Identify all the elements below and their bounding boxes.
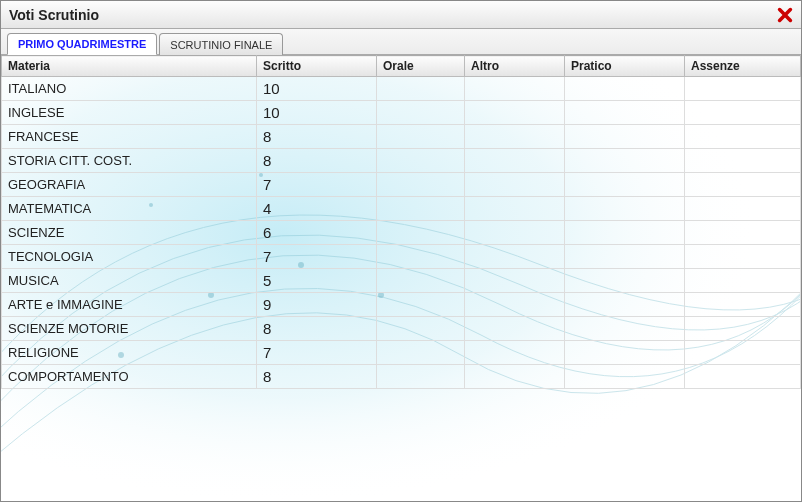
cell-orale[interactable] [377, 173, 465, 197]
cell-materia[interactable]: RELIGIONE [2, 341, 257, 365]
cell-materia[interactable]: ARTE e IMMAGINE [2, 293, 257, 317]
cell-scritto[interactable]: 8 [257, 125, 377, 149]
cell-assenze[interactable] [685, 317, 801, 341]
table-row[interactable]: ARTE e IMMAGINE9 [2, 293, 801, 317]
tab-primo-quadrimestre[interactable]: PRIMO QUADRIMESTRE [7, 33, 157, 55]
cell-materia[interactable]: SCIENZE [2, 221, 257, 245]
cell-materia[interactable]: INGLESE [2, 101, 257, 125]
cell-assenze[interactable] [685, 221, 801, 245]
cell-assenze[interactable] [685, 365, 801, 389]
cell-orale[interactable] [377, 197, 465, 221]
cell-orale[interactable] [377, 269, 465, 293]
table-row[interactable]: STORIA CITT. COST.8 [2, 149, 801, 173]
table-row[interactable]: COMPORTAMENTO8 [2, 365, 801, 389]
cell-pratico[interactable] [565, 293, 685, 317]
cell-assenze[interactable] [685, 125, 801, 149]
col-header-materia[interactable]: Materia [2, 56, 257, 77]
cell-assenze[interactable] [685, 77, 801, 101]
cell-orale[interactable] [377, 221, 465, 245]
cell-pratico[interactable] [565, 173, 685, 197]
cell-scritto[interactable]: 5 [257, 269, 377, 293]
cell-pratico[interactable] [565, 269, 685, 293]
cell-altro[interactable] [465, 341, 565, 365]
cell-altro[interactable] [465, 317, 565, 341]
cell-scritto[interactable]: 7 [257, 245, 377, 269]
cell-materia[interactable]: TECNOLOGIA [2, 245, 257, 269]
cell-orale[interactable] [377, 149, 465, 173]
cell-pratico[interactable] [565, 365, 685, 389]
cell-orale[interactable] [377, 245, 465, 269]
table-row[interactable]: GEOGRAFIA7 [2, 173, 801, 197]
cell-materia[interactable]: FRANCESE [2, 125, 257, 149]
cell-scritto[interactable]: 6 [257, 221, 377, 245]
cell-assenze[interactable] [685, 197, 801, 221]
cell-pratico[interactable] [565, 317, 685, 341]
cell-assenze[interactable] [685, 341, 801, 365]
cell-pratico[interactable] [565, 245, 685, 269]
cell-assenze[interactable] [685, 293, 801, 317]
cell-scritto[interactable]: 10 [257, 77, 377, 101]
cell-altro[interactable] [465, 173, 565, 197]
cell-altro[interactable] [465, 149, 565, 173]
cell-scritto[interactable]: 8 [257, 149, 377, 173]
cell-scritto[interactable]: 9 [257, 293, 377, 317]
table-row[interactable]: RELIGIONE7 [2, 341, 801, 365]
table-row[interactable]: ITALIANO10 [2, 77, 801, 101]
cell-assenze[interactable] [685, 101, 801, 125]
table-row[interactable]: MATEMATICA4 [2, 197, 801, 221]
cell-altro[interactable] [465, 245, 565, 269]
col-header-altro[interactable]: Altro [465, 56, 565, 77]
table-row[interactable]: TECNOLOGIA7 [2, 245, 801, 269]
cell-assenze[interactable] [685, 149, 801, 173]
cell-scritto[interactable]: 10 [257, 101, 377, 125]
cell-altro[interactable] [465, 365, 565, 389]
col-header-scritto[interactable]: Scritto [257, 56, 377, 77]
cell-scritto[interactable]: 8 [257, 317, 377, 341]
cell-materia[interactable]: SCIENZE MOTORIE [2, 317, 257, 341]
cell-altro[interactable] [465, 125, 565, 149]
cell-materia[interactable]: STORIA CITT. COST. [2, 149, 257, 173]
col-header-orale[interactable]: Orale [377, 56, 465, 77]
cell-pratico[interactable] [565, 125, 685, 149]
table-row[interactable]: MUSICA5 [2, 269, 801, 293]
cell-scritto[interactable]: 8 [257, 365, 377, 389]
cell-pratico[interactable] [565, 101, 685, 125]
cell-pratico[interactable] [565, 77, 685, 101]
cell-altro[interactable] [465, 101, 565, 125]
col-header-pratico[interactable]: Pratico [565, 56, 685, 77]
cell-scritto[interactable]: 7 [257, 341, 377, 365]
table-row[interactable]: INGLESE10 [2, 101, 801, 125]
tab-scrutinio-finale[interactable]: SCRUTINIO FINALE [159, 33, 283, 55]
cell-altro[interactable] [465, 269, 565, 293]
cell-materia[interactable]: ITALIANO [2, 77, 257, 101]
cell-assenze[interactable] [685, 269, 801, 293]
cell-altro[interactable] [465, 77, 565, 101]
cell-pratico[interactable] [565, 341, 685, 365]
cell-altro[interactable] [465, 197, 565, 221]
table-row[interactable]: SCIENZE6 [2, 221, 801, 245]
cell-orale[interactable] [377, 293, 465, 317]
cell-assenze[interactable] [685, 173, 801, 197]
cell-pratico[interactable] [565, 221, 685, 245]
cell-scritto[interactable]: 4 [257, 197, 377, 221]
col-header-assenze[interactable]: Assenze [685, 56, 801, 77]
cell-pratico[interactable] [565, 149, 685, 173]
table-row[interactable]: SCIENZE MOTORIE8 [2, 317, 801, 341]
cell-materia[interactable]: MUSICA [2, 269, 257, 293]
cell-orale[interactable] [377, 77, 465, 101]
table-row[interactable]: FRANCESE8 [2, 125, 801, 149]
cell-assenze[interactable] [685, 245, 801, 269]
cell-orale[interactable] [377, 341, 465, 365]
cell-materia[interactable]: COMPORTAMENTO [2, 365, 257, 389]
cell-materia[interactable]: GEOGRAFIA [2, 173, 257, 197]
cell-pratico[interactable] [565, 197, 685, 221]
cell-orale[interactable] [377, 365, 465, 389]
cell-altro[interactable] [465, 221, 565, 245]
cell-scritto[interactable]: 7 [257, 173, 377, 197]
close-button[interactable] [775, 5, 795, 25]
cell-orale[interactable] [377, 317, 465, 341]
cell-orale[interactable] [377, 125, 465, 149]
cell-altro[interactable] [465, 293, 565, 317]
cell-orale[interactable] [377, 101, 465, 125]
cell-materia[interactable]: MATEMATICA [2, 197, 257, 221]
